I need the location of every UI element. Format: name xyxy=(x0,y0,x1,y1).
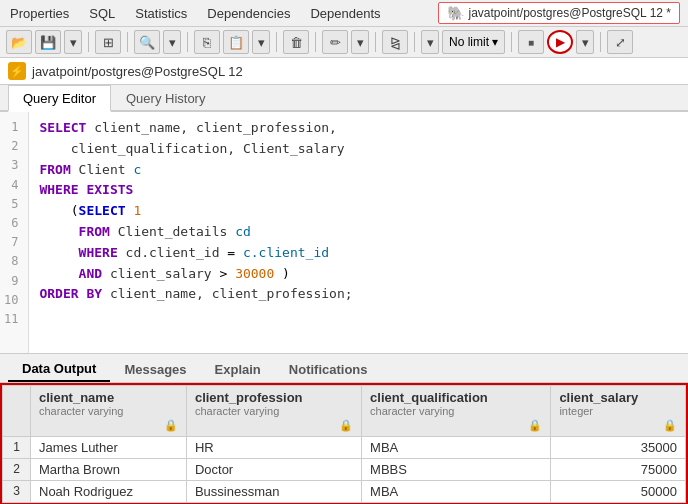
connection-icon: ⚡ xyxy=(8,62,26,80)
sep9 xyxy=(600,32,601,52)
find-btn[interactable]: 🔍 xyxy=(134,30,160,54)
paste-btn[interactable]: 📋 xyxy=(223,30,249,54)
menu-sql[interactable]: SQL xyxy=(87,3,117,24)
results-table: client_name character varying 🔒 client_p… xyxy=(2,385,686,503)
tab-notifications[interactable]: Notifications xyxy=(275,358,382,381)
no-limit-select[interactable]: No limit ▾ xyxy=(442,30,505,54)
menu-statistics[interactable]: Statistics xyxy=(133,3,189,24)
sep6 xyxy=(375,32,376,52)
sep3 xyxy=(187,32,188,52)
table-cell: Bussinessman xyxy=(186,480,361,502)
tab-explain[interactable]: Explain xyxy=(201,358,275,381)
sep1 xyxy=(88,32,89,52)
table-view-btn[interactable]: ⊞ xyxy=(95,30,121,54)
row-num-header xyxy=(3,385,31,436)
table-cell: MBBS xyxy=(362,458,551,480)
lock-icon-1: 🔒 xyxy=(164,419,178,432)
table-cell: 75000 xyxy=(551,458,686,480)
table-cell: Martha Brown xyxy=(31,458,187,480)
connection-label: javatpoint/postgres@PostgreSQL 12 xyxy=(32,64,243,79)
tab-query-history[interactable]: Query History xyxy=(111,85,220,110)
line-numbers: 1234567891011 xyxy=(0,112,29,353)
filter-btn[interactable]: ⧎ xyxy=(382,30,408,54)
sql-editor: 1234567891011 SELECT client_name, client… xyxy=(0,112,688,354)
save-dropdown-btn[interactable]: ▾ xyxy=(64,30,82,54)
col-header-client-qualification: client_qualification character varying 🔒 xyxy=(362,385,551,436)
run-btn[interactable]: ▶ xyxy=(547,30,573,54)
table-cell: 35000 xyxy=(551,436,686,458)
no-limit-label: No limit xyxy=(449,35,489,49)
menu-dependents[interactable]: Dependents xyxy=(308,3,382,24)
paste-dropdown-btn[interactable]: ▾ xyxy=(252,30,270,54)
run-dropdown-btn[interactable]: ▾ xyxy=(576,30,594,54)
editor-tabs: Query Editor Query History xyxy=(0,85,688,112)
toolbar: 📂 💾 ▾ ⊞ 🔍 ▾ ⎘ 📋 ▾ 🗑 ✏ ▾ ⧎ ▾ No limit ▾ ■… xyxy=(0,27,688,58)
table-cell: MBA xyxy=(362,480,551,502)
open-file-btn[interactable]: 📂 xyxy=(6,30,32,54)
row-number: 2 xyxy=(3,458,31,480)
tab-query-editor[interactable]: Query Editor xyxy=(8,85,111,112)
code-area[interactable]: SELECT client_name, client_profession, c… xyxy=(29,112,688,353)
explain-btn[interactable]: ⤢ xyxy=(607,30,633,54)
col-header-client-salary: client_salary integer 🔒 xyxy=(551,385,686,436)
edit-btn[interactable]: ✏ xyxy=(322,30,348,54)
limit-dropdown-btn[interactable]: ▾ xyxy=(421,30,439,54)
sep4 xyxy=(276,32,277,52)
table-cell: 50000 xyxy=(551,480,686,502)
connection-bar: ⚡ javatpoint/postgres@PostgreSQL 12 xyxy=(0,58,688,85)
data-output-panel: client_name character varying 🔒 client_p… xyxy=(0,383,688,504)
sep5 xyxy=(315,32,316,52)
chevron-down-icon: ▾ xyxy=(492,35,498,49)
sep2 xyxy=(127,32,128,52)
tab-messages[interactable]: Messages xyxy=(110,358,200,381)
table-cell: Noah Rodriguez xyxy=(31,480,187,502)
col-header-client-name: client_name character varying 🔒 xyxy=(31,385,187,436)
col-header-client-profession: client_profession character varying 🔒 xyxy=(186,385,361,436)
delete-btn[interactable]: 🗑 xyxy=(283,30,309,54)
tab-data-output[interactable]: Data Output xyxy=(8,357,110,382)
table-row[interactable]: 1James LutherHRMBA35000 xyxy=(3,436,686,458)
find-dropdown-btn[interactable]: ▾ xyxy=(163,30,181,54)
menu-properties[interactable]: Properties xyxy=(8,3,71,24)
save-btn[interactable]: 💾 xyxy=(35,30,61,54)
connection-tab-label: javatpoint/postgres@PostgreSQL 12 * xyxy=(468,6,671,20)
menu-dependencies[interactable]: Dependencies xyxy=(205,3,292,24)
bottom-tabs: Data Output Messages Explain Notificatio… xyxy=(0,354,688,383)
lock-icon-2: 🔒 xyxy=(339,419,353,432)
table-row[interactable]: 2Martha BrownDoctorMBBS75000 xyxy=(3,458,686,480)
db-icon: 🐘 xyxy=(447,5,464,21)
edit-dropdown-btn[interactable]: ▾ xyxy=(351,30,369,54)
menu-bar: Properties SQL Statistics Dependencies D… xyxy=(0,0,688,27)
active-connection-tab[interactable]: 🐘 javatpoint/postgres@PostgreSQL 12 * xyxy=(438,2,680,24)
sep8 xyxy=(511,32,512,52)
table-row[interactable]: 3Noah RodriguezBussinessmanMBA50000 xyxy=(3,480,686,502)
table-cell: MBA xyxy=(362,436,551,458)
sep7 xyxy=(414,32,415,52)
lock-icon-4: 🔒 xyxy=(663,419,677,432)
table-cell: James Luther xyxy=(31,436,187,458)
table-wrapper: client_name character varying 🔒 client_p… xyxy=(0,383,688,504)
row-number: 3 xyxy=(3,480,31,502)
copy-btn[interactable]: ⎘ xyxy=(194,30,220,54)
lock-icon-3: 🔒 xyxy=(528,419,542,432)
row-number: 1 xyxy=(3,436,31,458)
stop-btn[interactable]: ■ xyxy=(518,30,544,54)
table-header-row: client_name character varying 🔒 client_p… xyxy=(3,385,686,436)
table-cell: Doctor xyxy=(186,458,361,480)
table-cell: HR xyxy=(186,436,361,458)
